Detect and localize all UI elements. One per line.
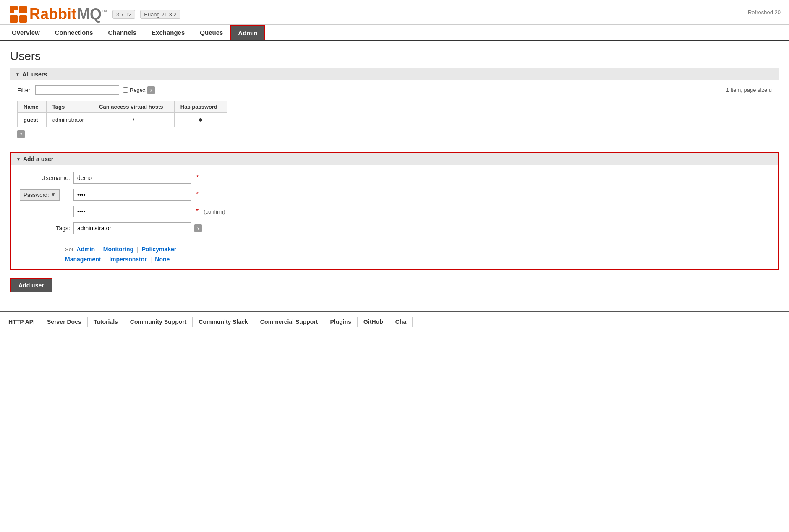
- svg-rect-2: [10, 15, 18, 23]
- confirm-password-row: * (confirm): [20, 206, 769, 217]
- regex-area: Regex ?: [123, 86, 155, 94]
- rabbitmq-logo-icon: [8, 4, 29, 24]
- nav-connections[interactable]: Connections: [47, 25, 101, 40]
- footer-community-slack[interactable]: Community Slack: [193, 317, 254, 327]
- user-tags-cell: administrator: [46, 113, 93, 127]
- sep2: |: [137, 246, 138, 253]
- tag-policymaker-link[interactable]: Policymaker: [142, 246, 177, 253]
- user-name-cell: guest: [18, 113, 47, 127]
- confirm-password-input[interactable]: [73, 206, 191, 217]
- filter-left: Filter: Regex ?: [17, 85, 155, 95]
- footer-commercial-support[interactable]: Commercial Support: [254, 317, 324, 327]
- logo-area: RabbitMQ™ 3.7.12 Erlang 21.3.2: [8, 4, 180, 24]
- footer-server-docs[interactable]: Server Docs: [41, 317, 88, 327]
- regex-label: Regex: [130, 87, 146, 93]
- filter-row: Filter: Regex ? 1 item, page size u: [17, 85, 772, 95]
- sep1: |: [98, 246, 100, 253]
- sep3: |: [105, 256, 106, 263]
- tag-impersonator-link[interactable]: Impersonator: [109, 256, 146, 263]
- logo-mq-text: MQ™: [77, 5, 107, 23]
- password-required: *: [196, 191, 199, 198]
- tag-admin-link[interactable]: Admin: [77, 246, 95, 253]
- set-label: Set: [65, 246, 73, 253]
- collapse-arrow: ▼: [16, 72, 20, 77]
- col-virtual-hosts: Can access virtual hosts: [93, 101, 175, 113]
- user-password-cell: ●: [174, 113, 227, 127]
- username-input[interactable]: [73, 172, 191, 184]
- footer: HTTP API Server Docs Tutorials Community…: [0, 311, 789, 332]
- users-table: Name Tags Can access virtual hosts Has p…: [17, 101, 227, 127]
- page-title: Users: [10, 50, 779, 63]
- page-info: 1 item, page size u: [726, 87, 772, 93]
- tags-input[interactable]: [73, 222, 191, 234]
- password-row: Password: ▼ *: [20, 189, 769, 201]
- svg-rect-4: [14, 10, 18, 14]
- rabbitmq-logo: RabbitMQ™: [8, 4, 107, 24]
- all-users-body: Filter: Regex ? 1 item, page size u Name…: [10, 80, 779, 143]
- all-users-header[interactable]: ▼ All users: [10, 68, 779, 80]
- add-user-arrow: ▼: [16, 157, 21, 162]
- add-user-header[interactable]: ▼ Add a user: [11, 153, 778, 165]
- nav-queues[interactable]: Queues: [192, 25, 230, 40]
- add-user-label: Add a user: [23, 156, 53, 162]
- sep4: |: [150, 256, 152, 263]
- nav-overview[interactable]: Overview: [4, 25, 47, 40]
- tags-label: Tags:: [20, 225, 70, 232]
- password-type-selector[interactable]: Password: ▼: [20, 189, 60, 201]
- all-users-panel: ▼ All users Filter: Regex ? 1 item, page…: [10, 68, 779, 143]
- add-user-form-body: Username: * Password: ▼ * *: [11, 165, 778, 246]
- col-has-password: Has password: [174, 101, 227, 113]
- table-header-row: Name Tags Can access virtual hosts Has p…: [18, 101, 227, 113]
- tags-row: Tags: ?: [20, 222, 769, 234]
- footer-cha[interactable]: Cha: [389, 317, 413, 327]
- password-chevron-icon: ▼: [51, 192, 56, 198]
- tag-monitoring-link[interactable]: Monitoring: [103, 246, 133, 253]
- footer-plugins[interactable]: Plugins: [324, 317, 358, 327]
- col-tags: Tags: [46, 101, 93, 113]
- footer-http-api[interactable]: HTTP API: [8, 317, 41, 327]
- regex-checkbox[interactable]: [123, 87, 128, 93]
- all-users-label: All users: [22, 71, 47, 78]
- tag-shortcuts: Set Admin | Monitoring | Policymaker: [65, 246, 778, 253]
- nav-channels[interactable]: Channels: [101, 25, 144, 40]
- main-nav: Overview Connections Channels Exchanges …: [0, 25, 789, 41]
- col-name: Name: [18, 101, 47, 113]
- nav-exchanges[interactable]: Exchanges: [144, 25, 192, 40]
- has-password-indicator: ●: [198, 115, 203, 124]
- confirm-label: (confirm): [204, 209, 225, 215]
- add-user-panel: ▼ Add a user Username: * Password: ▼ *: [10, 152, 779, 270]
- table-help-button[interactable]: ?: [17, 130, 25, 138]
- svg-rect-3: [19, 15, 27, 23]
- version-badge: 3.7.12: [112, 10, 135, 19]
- footer-community-support[interactable]: Community Support: [124, 317, 193, 327]
- filter-label: Filter:: [17, 87, 32, 94]
- table-row[interactable]: guest administrator / ●: [18, 113, 227, 127]
- logo-rabbit-text: Rabbit: [29, 5, 76, 23]
- erlang-badge: Erlang 21.3.2: [140, 10, 180, 19]
- tags-help-button[interactable]: ?: [194, 224, 202, 232]
- add-user-button[interactable]: Add user: [10, 278, 52, 292]
- password-type-label: Password:: [24, 192, 49, 198]
- tag-none-link[interactable]: None: [155, 256, 170, 263]
- refreshed-text: Refreshed 20: [748, 9, 781, 20]
- confirm-required: *: [196, 208, 199, 215]
- username-label: Username:: [20, 175, 70, 181]
- filter-input[interactable]: [35, 85, 119, 95]
- nav-admin[interactable]: Admin: [230, 25, 265, 40]
- tag-management-link[interactable]: Management: [65, 256, 101, 263]
- tag-shortcuts-row2: Management | Impersonator | None: [65, 256, 778, 263]
- user-vhosts-cell: /: [93, 113, 175, 127]
- svg-rect-1: [19, 6, 27, 13]
- username-required: *: [196, 174, 199, 182]
- main-content: Users ▼ All users Filter: Regex ? 1 item…: [0, 41, 789, 311]
- top-bar: RabbitMQ™ 3.7.12 Erlang 21.3.2 Refreshed…: [0, 0, 789, 25]
- add-user-button-row: Add user: [10, 278, 779, 292]
- password-input[interactable]: [73, 189, 191, 201]
- password-select-wrap: Password: ▼: [20, 189, 70, 201]
- footer-tutorials[interactable]: Tutorials: [88, 317, 124, 327]
- footer-github[interactable]: GitHub: [358, 317, 389, 327]
- username-row: Username: *: [20, 172, 769, 184]
- regex-help-button[interactable]: ?: [147, 86, 155, 94]
